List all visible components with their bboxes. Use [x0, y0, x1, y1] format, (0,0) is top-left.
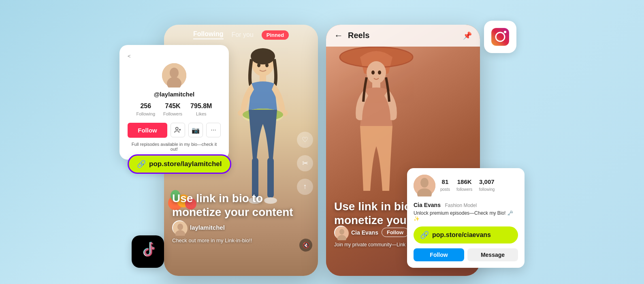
instagram-link-badge[interactable]: 🔗 pop.store/ciaevans	[414, 226, 518, 243]
tiktok-mute-button[interactable]: 🔇	[299, 239, 312, 252]
tiktok-link-badge[interactable]: 🔗 pop.store/laylamitchel	[128, 154, 231, 174]
instagram-card-bio: Unlock premium episodes—Check my Bio! 🗝️…	[414, 210, 518, 222]
instagram-video-follow-button[interactable]: Follow	[382, 228, 409, 237]
tiktok-follow-row: Follow 📷 ···	[128, 123, 221, 138]
tiktok-like-button[interactable]: ♡	[297, 132, 313, 148]
tiktok-link-text: pop.store/laylamitchel	[149, 160, 222, 168]
tiktok-instagram-icon[interactable]: 📷	[188, 123, 203, 137]
instagram-back-button[interactable]: ←	[334, 30, 343, 41]
tiktok-logo-icon	[139, 241, 156, 262]
hat-woman-image	[336, 37, 417, 223]
tiktok-user-avatar	[172, 220, 187, 235]
svg-point-1	[170, 68, 179, 78]
svg-point-30	[371, 70, 375, 75]
tiktok-more-icon[interactable]: ···	[206, 123, 221, 137]
tiktok-profile-avatar	[162, 63, 186, 88]
tiktok-tab-for-you[interactable]: For you	[232, 31, 254, 38]
instagram-message-button[interactable]: Message	[467, 248, 518, 261]
instagram-app-icon[interactable]	[484, 21, 516, 53]
tiktok-stat-likes: 795.8M Likes	[190, 102, 212, 117]
instagram-video-username: Cia Evans	[351, 229, 378, 236]
tiktok-follow-button[interactable]: Follow	[128, 123, 167, 138]
tiktok-add-friend-icon[interactable]	[171, 123, 185, 137]
svg-point-18	[265, 63, 269, 67]
instagram-pin-icon[interactable]: 📌	[463, 31, 472, 40]
tiktok-scissors-icon[interactable]: ✂	[297, 155, 313, 171]
link-chain-icon: 🔗	[137, 160, 146, 169]
instagram-reels-title: Reels	[348, 31, 458, 40]
instagram-card-role: Fashion Model	[445, 203, 477, 208]
tiktok-bio: Full repisodes available in my bio—check…	[128, 142, 221, 152]
instagram-logo	[490, 27, 510, 47]
instagram-card-header: 81 posts 186K followers 3,007 following	[414, 175, 518, 196]
instagram-card-name-row: Cia Evans Fashion Model	[414, 201, 518, 209]
instagram-profile-card: 81 posts 186K followers 3,007 following …	[407, 168, 525, 268]
instagram-card-avatar	[414, 175, 435, 196]
instagram-follow-button[interactable]: Follow	[414, 248, 464, 261]
ig-stat-posts: 81 posts	[440, 178, 450, 192]
svg-point-24	[177, 224, 183, 230]
svg-point-33	[339, 229, 344, 235]
tiktok-stat-following: 256 Following	[136, 102, 155, 117]
tiktok-share-button[interactable]: ↑	[297, 179, 313, 195]
tiktok-top-bar: Following For you Pinned	[164, 25, 318, 45]
tiktok-stats: 256 Following 745K Followers 795.8M Like…	[128, 102, 221, 117]
svg-point-7	[251, 48, 275, 64]
tiktok-video-username: laylamitchel	[190, 224, 225, 231]
tiktok-stat-followers: 745K Followers	[163, 102, 182, 117]
tiktok-overlay-text: Use link in bio to monetize your content	[172, 192, 294, 219]
tiktok-tab-following[interactable]: Following	[193, 30, 224, 39]
tiktok-app-icon[interactable]	[132, 235, 164, 268]
instagram-link-text: pop.store/ciaevans	[432, 231, 491, 239]
instagram-card-actions: Follow Message	[414, 248, 518, 261]
svg-point-28	[367, 61, 386, 84]
svg-point-38	[504, 31, 506, 33]
instagram-top-bar: ← Reels 📌	[326, 25, 480, 47]
instagram-card-name: Cia Evans	[414, 202, 441, 208]
tiktok-bottom-info: laylamitchel Check out more in my Link-i…	[172, 220, 310, 243]
svg-point-17	[257, 63, 260, 67]
svg-point-3	[176, 127, 178, 130]
instagram-video-avatar	[334, 226, 348, 239]
svg-point-40	[420, 178, 429, 188]
tiktok-pinned-badge: Pinned	[262, 30, 289, 40]
card-back-arrow[interactable]: <	[128, 53, 221, 59]
tiktok-profile-card: < @laylamitchel 256 Following 745K	[119, 45, 229, 160]
tiktok-video-caption: Check out more in my Link-in-bio!!	[172, 237, 310, 243]
svg-rect-35	[491, 28, 509, 46]
ig-stat-followers: 186K followers	[456, 178, 472, 192]
instagram-card-stats: 81 posts 186K followers 3,007 following	[440, 178, 495, 192]
tiktok-side-icons: ♡ ✂ ↑	[297, 132, 313, 195]
main-scene: < @laylamitchel 256 Following 745K	[0, 0, 644, 284]
ig-stat-following: 3,007 following	[479, 178, 495, 192]
svg-point-31	[378, 70, 381, 75]
tiktok-handle: @laylamitchel	[154, 91, 195, 98]
instagram-link-chain-icon: 🔗	[420, 231, 429, 239]
